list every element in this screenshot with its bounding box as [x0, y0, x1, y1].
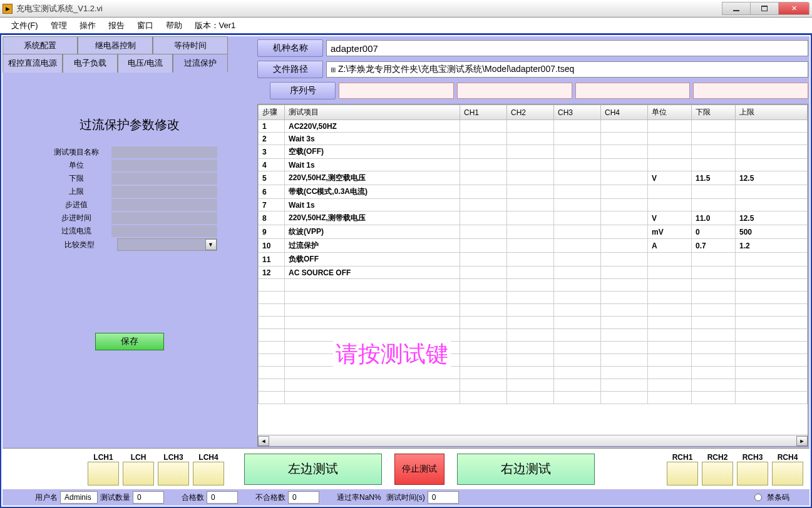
save-button[interactable]: 保存: [95, 333, 164, 350]
table-row-empty: [259, 317, 808, 329]
col-ch3[interactable]: CH3: [554, 105, 601, 120]
rch-indicator-2[interactable]: RCH2: [702, 453, 733, 485]
input-serial-4[interactable]: [693, 83, 808, 99]
label-test-count: 测试数量: [100, 492, 130, 503]
input-serial-1[interactable]: [339, 83, 454, 99]
horizontal-scrollbar[interactable]: ◄ ►: [258, 435, 808, 446]
label-step-time: 步进时间: [42, 213, 111, 223]
input-serial-2[interactable]: [457, 83, 572, 99]
col-item[interactable]: 测试项目: [285, 105, 460, 120]
rch-indicator-4[interactable]: RCH4: [772, 453, 803, 485]
rch-indicator-3[interactable]: RCH3: [737, 453, 768, 485]
label-fail-count: 不合格数: [255, 492, 285, 503]
table-row[interactable]: 1AC220V,50HZ: [259, 120, 808, 133]
tab-system-config[interactable]: 系统配置: [3, 36, 78, 54]
col-ch1[interactable]: CH1: [460, 105, 507, 120]
input-file-path[interactable]: ⊞Z:\李焕龙专用文件夹\充电宝测试系统\Model\adapter007.ts…: [326, 61, 808, 78]
value-user: Adminis: [60, 491, 98, 504]
input-lower[interactable]: [111, 173, 217, 185]
input-upper[interactable]: [111, 186, 217, 198]
col-unit[interactable]: 单位: [648, 105, 692, 120]
col-step[interactable]: 步骤: [259, 105, 285, 120]
button-row: LCH1LCHLCH3LCH4 左边测试 停止测试 右边测试 RCH1RCH2R…: [3, 448, 809, 489]
table-row[interactable]: 3空载(OFF): [259, 145, 808, 159]
label-step-val: 步进值: [42, 200, 111, 210]
indicator-box: [702, 462, 733, 485]
label-serial: 序列号: [270, 82, 336, 99]
tab-eload[interactable]: 电子负载: [63, 54, 118, 73]
input-model-name[interactable]: [326, 40, 808, 56]
input-serial-3[interactable]: [575, 83, 691, 99]
tab-prog-power[interactable]: 程控直流电源: [3, 54, 63, 73]
left-test-button[interactable]: 左边测试: [244, 454, 382, 485]
select-compare-type[interactable]: ▼: [117, 238, 217, 251]
table-row[interactable]: 2Wait 3s: [259, 133, 808, 145]
overlay-message: 请按测试键: [333, 339, 451, 370]
menu-manage[interactable]: 管理: [44, 18, 73, 34]
indicator-box: [737, 462, 768, 485]
input-item-name[interactable]: [111, 146, 217, 158]
indicator-box: [667, 462, 698, 485]
lch-indicator-3[interactable]: LCH3: [158, 453, 189, 485]
tab-voltage-current[interactable]: 电压/电流: [118, 54, 173, 73]
test-steps-table: 步骤 测试项目 CH1 CH2 CH3 CH4 单位 下限 上限 1AC220V…: [257, 104, 808, 447]
table-row[interactable]: 10过流保护A0.71.2: [259, 239, 808, 253]
lch-indicator-2[interactable]: LCH: [123, 453, 154, 485]
col-upper[interactable]: 上限: [736, 105, 808, 120]
close-button[interactable]: ✕: [778, 2, 809, 15]
stop-test-button[interactable]: 停止测试: [394, 454, 445, 485]
col-lower[interactable]: 下限: [692, 105, 736, 120]
menu-file[interactable]: 文件(F): [5, 18, 44, 34]
menu-bar: 文件(F) 管理 操作 报告 窗口 帮助 版本：Ver1: [0, 18, 812, 34]
menu-operate[interactable]: 操作: [73, 18, 102, 34]
indicator-box: [123, 462, 154, 485]
radio-no-barcode[interactable]: [754, 494, 762, 501]
table-row-empty: [259, 379, 808, 392]
label-user: 用户名: [35, 492, 58, 503]
maximize-button[interactable]: [750, 2, 779, 15]
scroll-left-icon[interactable]: ◄: [258, 436, 269, 446]
menu-help[interactable]: 帮助: [160, 18, 188, 34]
label-model-name: 机种名称: [257, 39, 323, 57]
table-row[interactable]: 5220V,50HZ,测空载电压V11.512.5: [259, 171, 808, 185]
table-row[interactable]: 7Wait 1s: [259, 199, 808, 211]
table-row[interactable]: 8220V,50HZ,测带载电压V11.012.5: [259, 211, 808, 225]
menu-window[interactable]: 窗口: [131, 18, 160, 34]
value-test-count: 0: [133, 491, 164, 504]
label-no-barcode: 禁条码: [767, 492, 789, 503]
indicator-box: [158, 462, 189, 485]
chevron-down-icon[interactable]: ▼: [205, 239, 217, 250]
config-title: 过流保护参数修改: [80, 116, 180, 133]
table-row-empty: [259, 392, 808, 404]
scroll-right-icon[interactable]: ►: [796, 436, 808, 446]
minimize-button[interactable]: [722, 2, 751, 15]
table-row[interactable]: 12AC SOURCE OFF: [259, 267, 808, 279]
table-row[interactable]: 6带载(CC模式,0.3A电流): [259, 185, 808, 199]
tab-wait-time[interactable]: 等待时间: [153, 36, 228, 54]
lch-indicator-1[interactable]: LCH1: [88, 453, 119, 485]
table-row[interactable]: 9纹波(VPP)mV0500: [259, 225, 808, 239]
menu-report[interactable]: 报告: [102, 18, 131, 34]
input-step-time[interactable]: [111, 212, 217, 224]
app-icon: ▶: [3, 4, 13, 14]
col-ch4[interactable]: CH4: [601, 105, 648, 120]
tab-overcurrent-protect[interactable]: 过流保护: [173, 54, 228, 73]
label-lower: 下限: [42, 173, 111, 184]
menu-version[interactable]: 版本：Ver1: [188, 18, 242, 34]
label-upper: 上限: [42, 186, 111, 197]
input-oc-current[interactable]: [111, 225, 217, 237]
rch-indicator-1[interactable]: RCH1: [667, 453, 698, 485]
label-oc-current: 过流电流: [42, 226, 111, 236]
right-test-button[interactable]: 右边测试: [457, 454, 595, 485]
input-step-val[interactable]: [111, 199, 217, 211]
col-ch2[interactable]: CH2: [507, 105, 554, 120]
table-row[interactable]: 4Wait 1s: [259, 159, 808, 171]
table-row-empty: [259, 292, 808, 304]
input-unit[interactable]: [111, 160, 217, 171]
tab-relay-control[interactable]: 继电器控制: [78, 36, 153, 54]
label-unit: 单位: [42, 160, 111, 171]
table-row[interactable]: 11负载OFF: [259, 253, 808, 267]
status-bar: 用户名 Adminis 测试数量 0 合格数 0 不合格数 0 通过率NaN% …: [3, 489, 809, 505]
label-file-path: 文件路径: [257, 61, 323, 78]
lch-indicator-4[interactable]: LCH4: [193, 453, 224, 485]
